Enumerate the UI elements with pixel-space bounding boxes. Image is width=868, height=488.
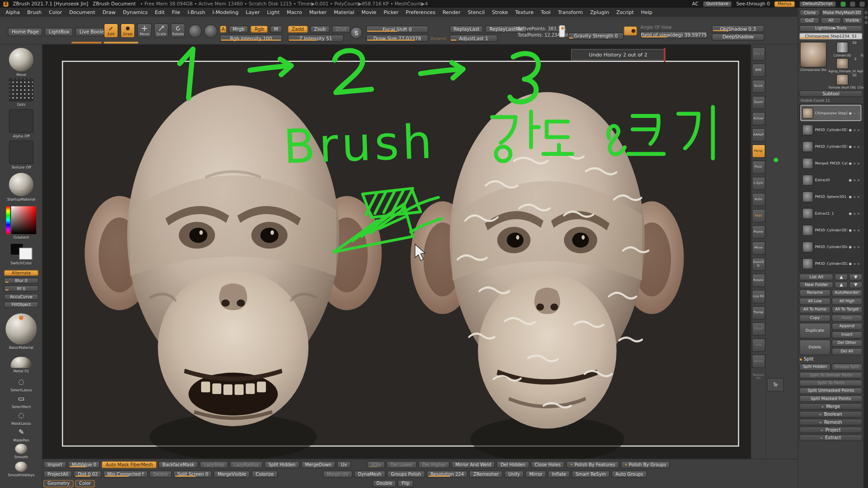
goz-visible-button[interactable]: Visible — [842, 17, 863, 24]
bottom-button[interactable]: Del Lower — [387, 461, 416, 468]
shelf-button[interactable]: Move — [752, 241, 765, 255]
tool-cell[interactable]: 2 Aging_Female_St — [828, 58, 856, 73]
shelf-button[interactable]: Sxyz — [752, 209, 765, 223]
smooth-valleys-icon[interactable] — [15, 462, 27, 472]
all-low-button[interactable]: All Low — [799, 298, 830, 305]
shelf-button[interactable]: Rotate — [752, 274, 765, 287]
visibility-eye-icon[interactable]: ● — [849, 211, 851, 216]
bottom-button[interactable]: MidValue 0 — [68, 461, 100, 468]
collapsed-section-header[interactable]: Boolean — [799, 411, 862, 418]
folder-icon[interactable]: ▪ — [857, 111, 859, 115]
folder-icon[interactable]: ▪ — [857, 128, 859, 132]
menu-item[interactable]: Texture — [515, 9, 534, 15]
subtool-row[interactable]: Extract1_1 ● ▪ ▪ — [801, 205, 861, 221]
shelf-button[interactable]: Zoom3D — [752, 258, 765, 271]
zsub-button[interactable]: Zsub — [310, 26, 330, 33]
hue-strip[interactable] — [6, 206, 10, 235]
paint-icon[interactable]: ▪ — [854, 228, 856, 232]
texture-toggle-label[interactable]: Texture On — [751, 373, 765, 380]
home-page-button[interactable]: Home Page — [8, 28, 42, 37]
focal-shift-slider[interactable]: Focal Shift 0 — [366, 26, 428, 33]
gravity-strength-slider[interactable]: Gravity Strength 0 — [568, 32, 623, 39]
accucurve-button[interactable]: AccuCurve — [4, 294, 39, 300]
shelf-button[interactable]: Frame — [752, 225, 765, 239]
menus-button[interactable]: Menus — [774, 1, 795, 7]
all-to-target-button[interactable]: All To Target — [831, 306, 862, 313]
rgb-intensity-slider[interactable]: Rgb Intensity 100 — [220, 35, 282, 42]
gravity-direction-widget[interactable] — [559, 25, 565, 38]
titlebar-layout-icon[interactable] — [859, 1, 864, 6]
shelf-button[interactable]: L.Sym — [752, 177, 765, 190]
lightbox-tools-button[interactable]: Lightbox►Tools — [799, 25, 862, 32]
color-picker[interactable] — [6, 206, 37, 235]
deep-shadow-button[interactable]: DeepShadow — [712, 33, 764, 41]
menu-item[interactable]: Tool — [541, 9, 551, 15]
paint-icon[interactable]: ▪ — [854, 111, 856, 115]
alternate-button[interactable]: Alternate — [4, 270, 39, 276]
folder-icon[interactable]: ▪ — [857, 195, 859, 199]
subtool-row[interactable]: PM3D_Cylinder3D2 ● ▪ ▪ — [801, 255, 861, 272]
bottom-button[interactable]: Uv — [337, 461, 351, 468]
subtool-row[interactable]: PM3D_Cylinder3D4 ● ▪ ▪ — [801, 239, 861, 255]
right-edge-divider[interactable] — [863, 8, 868, 488]
move-button[interactable]: Move — [137, 23, 152, 38]
basic-material-sphere[interactable] — [5, 313, 37, 344]
paint-icon[interactable]: ▪ — [854, 211, 856, 216]
copy-button[interactable]: Copy — [799, 314, 830, 322]
shelf-button[interactable]: Line Fill — [752, 290, 765, 304]
bottom-button[interactable]: Mirror — [525, 470, 546, 478]
bottom-button[interactable]: Colorize — [252, 470, 278, 478]
shelf-button[interactable]: Zoom — [752, 96, 765, 109]
paste-button[interactable]: Paste — [831, 314, 862, 322]
active-tool-cell[interactable]: Chimpanzee Ste — [799, 42, 827, 89]
mask-lasso-icon[interactable]: ◌ — [14, 410, 28, 420]
subtool-row[interactable]: PM3D_Cylinder3D3_1 ● ▪ ▪ — [801, 122, 861, 138]
shelf-button[interactable]: SPix 3 — [752, 47, 765, 61]
mask-pen-icon[interactable]: ✎ — [14, 427, 28, 437]
select-lasso-icon[interactable]: ◌ — [14, 377, 28, 387]
bottom-button[interactable]: Del Hidden — [497, 461, 529, 468]
menu-item[interactable]: Stroke — [492, 9, 508, 15]
bottom-button[interactable]: Mirror And Weld — [452, 461, 495, 468]
bottom-button[interactable]: LazyStep — [200, 461, 228, 468]
bottom-button[interactable]: Import — [43, 461, 66, 468]
menu-item[interactable]: Brush — [27, 9, 42, 15]
bottom-button[interactable]: MergeVisible — [214, 470, 250, 478]
zcut-button[interactable]: Zcut — [332, 26, 350, 33]
rf-slider[interactable]: Rf 0 — [4, 286, 39, 292]
shelf-button[interactable]: Solo — [752, 338, 765, 352]
lightbox-button[interactable]: LightBox — [45, 28, 73, 37]
split-section-header[interactable]: Split — [799, 356, 862, 362]
visibility-eye-icon[interactable]: ● — [849, 195, 851, 199]
menu-item[interactable]: Transform — [558, 9, 583, 15]
bottom-button[interactable]: Auto Groups — [612, 470, 647, 478]
tool-thumbnail[interactable] — [836, 58, 848, 69]
paint-icon[interactable]: ▪ — [854, 262, 856, 266]
collapsed-section-header[interactable]: Remesh — [799, 419, 862, 426]
insert-button[interactable]: Insert — [831, 331, 862, 338]
visibility-eye-icon[interactable]: ● — [849, 145, 851, 149]
alpha-thumbnail[interactable] — [9, 109, 33, 133]
all-to-home-button[interactable]: All To Home — [799, 306, 830, 313]
menu-item[interactable]: Light — [267, 9, 280, 15]
menu-item[interactable]: I-Modeling — [212, 9, 239, 15]
z-intensity-slider[interactable]: Z Intensity 51 — [288, 35, 344, 42]
rotate-button[interactable]: Rotate — [171, 23, 185, 38]
texture-thumbnail[interactable] — [9, 141, 33, 164]
shelf-button[interactable]: BPR — [752, 64, 765, 77]
bottom-button[interactable]: Del Higher — [418, 461, 450, 468]
visibility-eye-icon[interactable]: ● — [849, 161, 851, 165]
menu-item[interactable]: Document — [69, 9, 95, 15]
select-rect-icon[interactable]: ▭ — [14, 394, 28, 404]
paint-icon[interactable]: ▪ — [854, 128, 856, 132]
tool-cell[interactable]: 10 Female Skull OBJ — [828, 74, 856, 89]
smooth-brush-icon[interactable] — [15, 444, 27, 454]
bottom-button[interactable]: Auto Mask FiberMesh — [102, 461, 157, 468]
default-zscript-button[interactable]: DefaultZScript — [799, 1, 836, 7]
paint-icon[interactable]: ▪ — [854, 145, 856, 149]
menu-item[interactable]: Help — [641, 9, 652, 15]
menu-item[interactable]: Render — [443, 9, 461, 15]
folder-icon[interactable]: ▪ — [857, 178, 859, 182]
shelf-button[interactable]: Persp — [752, 145, 765, 158]
stroke-preview-icon[interactable] — [204, 24, 218, 38]
